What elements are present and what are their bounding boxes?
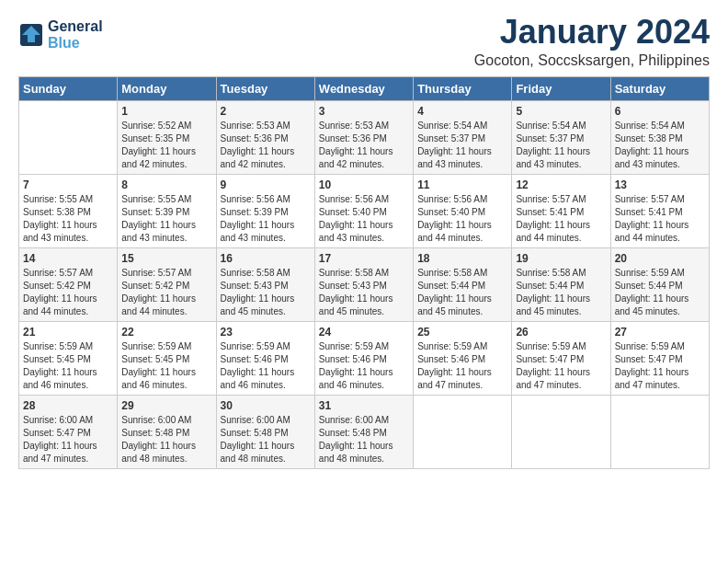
calendar-header-row: SundayMondayTuesdayWednesdayThursdayFrid…: [19, 76, 710, 100]
header: General Blue January 2024 Gocoton, Soccs…: [18, 14, 710, 69]
calendar-cell: 11Sunrise: 5:56 AMSunset: 5:40 PMDayligh…: [414, 174, 512, 247]
day-number: 1: [121, 105, 211, 118]
day-info: Sunrise: 5:58 AMSunset: 5:43 PMDaylight:…: [221, 267, 311, 318]
day-number: 12: [516, 178, 606, 191]
day-info: Sunrise: 5:58 AMSunset: 5:44 PMDaylight:…: [417, 267, 507, 318]
calendar-cell: 16Sunrise: 5:58 AMSunset: 5:43 PMDayligh…: [216, 247, 314, 321]
logo-line2: Blue: [48, 35, 103, 52]
calendar-cell: 24Sunrise: 5:59 AMSunset: 5:46 PMDayligh…: [314, 321, 413, 395]
calendar-table: SundayMondayTuesdayWednesdayThursdayFrid…: [18, 76, 710, 469]
calendar-cell: 26Sunrise: 5:59 AMSunset: 5:47 PMDayligh…: [512, 321, 610, 395]
calendar-cell: 14Sunrise: 5:57 AMSunset: 5:42 PMDayligh…: [19, 247, 118, 321]
day-info: Sunrise: 5:53 AMSunset: 5:36 PMDaylight:…: [319, 120, 409, 171]
day-number: 18: [417, 252, 507, 265]
day-info: Sunrise: 5:57 AMSunset: 5:41 PMDaylight:…: [615, 193, 705, 245]
calendar-week-3: 14Sunrise: 5:57 AMSunset: 5:42 PMDayligh…: [19, 247, 710, 321]
day-info: Sunrise: 5:54 AMSunset: 5:38 PMDaylight:…: [615, 120, 705, 171]
day-number: 15: [121, 252, 211, 265]
day-info: Sunrise: 5:59 AMSunset: 5:46 PMDaylight:…: [319, 340, 409, 392]
calendar-week-5: 28Sunrise: 6:00 AMSunset: 5:47 PMDayligh…: [19, 395, 710, 468]
day-info: Sunrise: 6:00 AMSunset: 5:48 PMDaylight:…: [121, 414, 211, 465]
calendar-cell: 30Sunrise: 6:00 AMSunset: 5:48 PMDayligh…: [216, 395, 314, 468]
day-info: Sunrise: 6:00 AMSunset: 5:47 PMDaylight:…: [23, 414, 113, 465]
day-number: 13: [615, 178, 705, 191]
calendar-cell: 1Sunrise: 5:52 AMSunset: 5:35 PMDaylight…: [118, 100, 216, 174]
calendar-cell: 12Sunrise: 5:57 AMSunset: 5:41 PMDayligh…: [512, 174, 610, 247]
calendar-week-4: 21Sunrise: 5:59 AMSunset: 5:45 PMDayligh…: [19, 321, 710, 395]
calendar-cell: 31Sunrise: 6:00 AMSunset: 5:48 PMDayligh…: [314, 395, 413, 468]
day-number: 20: [615, 252, 705, 265]
day-number: 11: [417, 178, 507, 191]
calendar-cell: 10Sunrise: 5:56 AMSunset: 5:40 PMDayligh…: [314, 174, 413, 247]
day-number: 9: [221, 178, 311, 191]
day-number: 23: [221, 326, 311, 339]
day-number: 14: [23, 252, 113, 265]
day-number: 5: [516, 105, 606, 118]
day-number: 30: [221, 399, 311, 412]
calendar-cell: 21Sunrise: 5:59 AMSunset: 5:45 PMDayligh…: [19, 321, 118, 395]
day-info: Sunrise: 5:57 AMSunset: 5:41 PMDaylight:…: [516, 193, 606, 245]
month-title: January 2024: [474, 14, 710, 51]
general-blue-icon: [18, 22, 44, 48]
day-number: 7: [23, 178, 113, 191]
calendar-page: General Blue January 2024 Gocoton, Soccs…: [0, 0, 728, 563]
calendar-cell: 23Sunrise: 5:59 AMSunset: 5:46 PMDayligh…: [216, 321, 314, 395]
day-info: Sunrise: 5:54 AMSunset: 5:37 PMDaylight:…: [417, 120, 507, 171]
day-number: 28: [23, 399, 113, 412]
weekday-header-wednesday: Wednesday: [314, 76, 413, 100]
logo-line1: General: [48, 18, 103, 35]
day-number: 31: [319, 399, 409, 412]
day-number: 26: [516, 326, 606, 339]
calendar-cell: 28Sunrise: 6:00 AMSunset: 5:47 PMDayligh…: [19, 395, 118, 468]
day-number: 8: [121, 178, 211, 191]
day-info: Sunrise: 5:52 AMSunset: 5:35 PMDaylight:…: [121, 120, 211, 171]
day-info: Sunrise: 5:54 AMSunset: 5:37 PMDaylight:…: [516, 120, 606, 171]
calendar-cell: [610, 395, 709, 468]
calendar-cell: 5Sunrise: 5:54 AMSunset: 5:37 PMDaylight…: [512, 100, 610, 174]
day-info: Sunrise: 6:00 AMSunset: 5:48 PMDaylight:…: [221, 414, 311, 465]
calendar-cell: 25Sunrise: 5:59 AMSunset: 5:46 PMDayligh…: [414, 321, 512, 395]
day-info: Sunrise: 5:58 AMSunset: 5:43 PMDaylight:…: [319, 267, 409, 318]
day-number: 2: [221, 105, 311, 118]
location-title: Gocoton, Soccsksargen, Philippines: [474, 52, 710, 69]
calendar-cell: 19Sunrise: 5:58 AMSunset: 5:44 PMDayligh…: [512, 247, 610, 321]
calendar-cell: [19, 100, 118, 174]
day-info: Sunrise: 5:56 AMSunset: 5:40 PMDaylight:…: [319, 193, 409, 245]
calendar-cell: 15Sunrise: 5:57 AMSunset: 5:42 PMDayligh…: [118, 247, 216, 321]
day-number: 3: [319, 105, 409, 118]
day-info: Sunrise: 5:57 AMSunset: 5:42 PMDaylight:…: [121, 267, 211, 318]
calendar-cell: 27Sunrise: 5:59 AMSunset: 5:47 PMDayligh…: [610, 321, 709, 395]
day-info: Sunrise: 6:00 AMSunset: 5:48 PMDaylight:…: [319, 414, 409, 465]
day-number: 10: [319, 178, 409, 191]
day-info: Sunrise: 5:55 AMSunset: 5:38 PMDaylight:…: [23, 193, 113, 245]
day-number: 6: [615, 105, 705, 118]
day-info: Sunrise: 5:59 AMSunset: 5:46 PMDaylight:…: [221, 340, 311, 392]
weekday-header-thursday: Thursday: [414, 76, 512, 100]
calendar-cell: 22Sunrise: 5:59 AMSunset: 5:45 PMDayligh…: [118, 321, 216, 395]
day-number: 17: [319, 252, 409, 265]
day-info: Sunrise: 5:56 AMSunset: 5:39 PMDaylight:…: [221, 193, 311, 245]
day-number: 19: [516, 252, 606, 265]
calendar-cell: 18Sunrise: 5:58 AMSunset: 5:44 PMDayligh…: [414, 247, 512, 321]
calendar-cell: 2Sunrise: 5:53 AMSunset: 5:36 PMDaylight…: [216, 100, 314, 174]
day-info: Sunrise: 5:59 AMSunset: 5:47 PMDaylight:…: [615, 340, 705, 392]
calendar-cell: 9Sunrise: 5:56 AMSunset: 5:39 PMDaylight…: [216, 174, 314, 247]
calendar-cell: 6Sunrise: 5:54 AMSunset: 5:38 PMDaylight…: [610, 100, 709, 174]
weekday-header-saturday: Saturday: [610, 76, 709, 100]
calendar-week-2: 7Sunrise: 5:55 AMSunset: 5:38 PMDaylight…: [19, 174, 710, 247]
logo: General Blue: [18, 18, 103, 51]
day-number: 16: [221, 252, 311, 265]
title-block: January 2024 Gocoton, Soccsksargen, Phil…: [474, 14, 710, 69]
weekday-header-friday: Friday: [512, 76, 610, 100]
calendar-cell: 3Sunrise: 5:53 AMSunset: 5:36 PMDaylight…: [314, 100, 413, 174]
day-number: 29: [121, 399, 211, 412]
calendar-cell: 20Sunrise: 5:59 AMSunset: 5:44 PMDayligh…: [610, 247, 709, 321]
calendar-cell: 17Sunrise: 5:58 AMSunset: 5:43 PMDayligh…: [314, 247, 413, 321]
day-number: 4: [417, 105, 507, 118]
day-info: Sunrise: 5:59 AMSunset: 5:45 PMDaylight:…: [23, 340, 113, 392]
weekday-header-tuesday: Tuesday: [216, 76, 314, 100]
day-info: Sunrise: 5:59 AMSunset: 5:46 PMDaylight:…: [417, 340, 507, 392]
day-number: 25: [417, 326, 507, 339]
day-info: Sunrise: 5:58 AMSunset: 5:44 PMDaylight:…: [516, 267, 606, 318]
calendar-cell: [512, 395, 610, 468]
